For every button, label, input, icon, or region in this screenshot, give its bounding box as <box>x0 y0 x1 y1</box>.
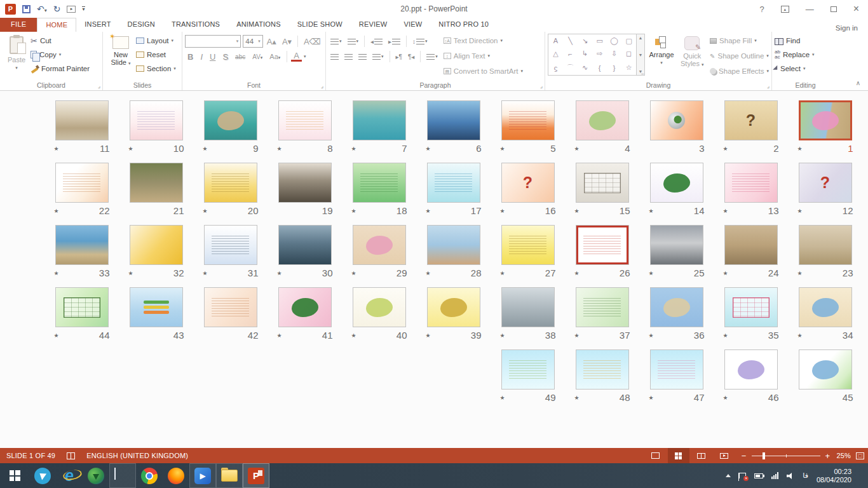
slide-thumbnail-37[interactable] <box>576 287 629 327</box>
tab-file[interactable]: FILE <box>0 18 37 32</box>
slide-thumbnail-16[interactable]: ? <box>501 163 555 203</box>
change-case-button[interactable]: Aa▾ <box>267 53 283 60</box>
bullets-button[interactable]: ▾ <box>329 37 344 46</box>
line-spacing-button[interactable]: ↕▾ <box>410 37 430 46</box>
drawing-dialog-launcher[interactable]: ⌟ <box>767 83 770 89</box>
slide-thumbnail-36[interactable] <box>650 287 703 327</box>
ltr-direction-button[interactable]: ▸¶ <box>394 52 404 62</box>
slide-thumbnail-45[interactable] <box>799 349 852 390</box>
font-dialog-launcher[interactable]: ⌟ <box>321 83 323 89</box>
tab-home[interactable]: HOME <box>37 18 76 32</box>
fit-to-window-icon[interactable] <box>856 452 864 459</box>
new-slide-button[interactable]: New Slide ▾ <box>105 34 136 79</box>
slide-thumbnail-12[interactable]: ? <box>799 163 852 203</box>
slide-thumbnail-21[interactable] <box>130 163 183 203</box>
decrease-font-size-button[interactable]: A▾ <box>280 37 294 46</box>
tab-nitro-pro-10[interactable]: NITRO PRO 10 <box>430 18 497 32</box>
shape-glyph[interactable]: ⇩ <box>611 50 617 58</box>
tab-review[interactable]: REVIEW <box>351 18 396 32</box>
action-center-flag-icon[interactable]: × <box>739 473 746 478</box>
taskbar-onscreen-keyboard[interactable] <box>109 463 136 488</box>
zoom-out-button[interactable]: − <box>742 451 747 461</box>
shape-glyph[interactable]: ⌒ <box>567 63 574 72</box>
slide-thumbnail-48[interactable] <box>576 349 629 390</box>
shape-glyph[interactable]: ↘ <box>582 37 588 45</box>
collapse-ribbon-button[interactable]: ∧ <box>856 79 860 86</box>
align-left-button[interactable] <box>329 53 341 61</box>
slide-thumbnail-7[interactable] <box>353 100 406 140</box>
shape-glyph[interactable]: ∿ <box>582 64 588 72</box>
underline-button[interactable]: U <box>207 52 218 62</box>
quick-styles-button[interactable]: Quick Styles ▾ <box>679 34 707 79</box>
slide-thumbnail-2[interactable]: ? <box>724 100 778 140</box>
shape-glyph[interactable]: ⇨ <box>597 50 602 58</box>
shape-glyph[interactable]: } <box>613 64 616 72</box>
slide-thumbnail-35[interactable] <box>724 287 778 327</box>
text-direction-button[interactable]: ↕A Text Direction▾ <box>444 34 523 48</box>
shape-glyph[interactable]: ╲ <box>568 37 573 45</box>
restore-icon[interactable] <box>831 6 837 12</box>
slide-thumbnail-6[interactable] <box>427 100 480 140</box>
save-icon[interactable] <box>22 5 31 13</box>
font-name-combo[interactable]: ▾ <box>185 35 241 48</box>
slideshow-view-button[interactable] <box>714 448 735 463</box>
copy-button[interactable]: Copy▾ <box>31 48 90 62</box>
clear-formatting-button[interactable]: A⌫ <box>302 37 323 46</box>
language-status[interactable]: ENGLISH (UNITED KINGDOM) <box>86 452 188 459</box>
slide-thumbnail-26[interactable] <box>576 225 629 265</box>
input-language-indicator[interactable]: فا <box>803 471 808 480</box>
clipboard-dialog-launcher[interactable]: ⌟ <box>98 83 100 89</box>
reading-view-button[interactable] <box>691 448 712 463</box>
slide-thumbnail-39[interactable] <box>427 287 480 327</box>
tab-animations[interactable]: ANIMATIONS <box>228 18 289 32</box>
slide-thumbnail-47[interactable] <box>650 349 703 390</box>
increase-indent-button[interactable]: ▸ <box>386 37 402 46</box>
numbering-button[interactable]: ▾ <box>346 37 361 46</box>
taskbar-firefox[interactable] <box>163 463 189 488</box>
sign-in-link[interactable]: Sign in <box>836 24 868 32</box>
volume-icon[interactable] <box>787 473 794 479</box>
layout-button[interactable]: Layout▾ <box>136 34 176 48</box>
select-button[interactable]: Select▾ <box>775 62 836 76</box>
tab-insert[interactable]: INSERT <box>76 18 119 32</box>
zoom-in-button[interactable]: + <box>825 451 831 461</box>
slide-thumbnail-10[interactable] <box>130 100 183 140</box>
battery-icon[interactable] <box>754 473 763 478</box>
shape-glyph[interactable]: △ <box>553 50 558 58</box>
slide-thumbnail-34[interactable] <box>799 287 852 327</box>
slide-thumbnail-29[interactable] <box>353 225 406 265</box>
slide-thumbnail-30[interactable] <box>278 225 332 265</box>
shape-glyph[interactable]: ϛ <box>554 64 558 72</box>
slide-thumbnail-1[interactable] <box>799 100 852 140</box>
help-icon[interactable]: ? <box>759 4 764 14</box>
shape-fill-button[interactable]: Shape Fill▾ <box>710 34 769 48</box>
shape-glyph[interactable]: ◯ <box>610 37 618 45</box>
slide-thumbnail-8[interactable] <box>278 100 332 140</box>
slide-thumbnail-13[interactable] <box>724 163 778 203</box>
hidden-icons-chevron[interactable] <box>726 474 731 477</box>
tab-slide-show[interactable]: SLIDE SHOW <box>289 18 351 32</box>
slide-thumbnail-9[interactable] <box>204 100 257 140</box>
slide-thumbnail-18[interactable] <box>353 163 406 203</box>
shapes-gallery[interactable]: A╲↘▭◯▢△⌐↳⇨⇩◻ϛ⌒∿{}☆ <box>548 34 637 76</box>
slide-thumbnail-14[interactable] <box>650 163 703 203</box>
zoom-slider[interactable] <box>752 456 820 456</box>
align-text-button[interactable]: ↕ Align Text▾ <box>444 49 523 63</box>
reset-button[interactable]: Reset <box>136 48 176 62</box>
justify-button[interactable]: ▾ <box>370 53 386 61</box>
taskbar-download-manager[interactable] <box>83 463 109 488</box>
slide-thumbnail-42[interactable] <box>204 287 257 327</box>
slide-thumbnail-20[interactable] <box>204 163 257 203</box>
start-from-beginning-icon[interactable]: ▸ <box>67 6 76 13</box>
replace-button[interactable]: abac Replace▾ <box>775 48 836 62</box>
shapes-gallery-scrollbar[interactable]: ▲▼▼̲ <box>637 34 644 76</box>
redo-icon[interactable]: ↻ <box>53 4 61 13</box>
slide-thumbnail-27[interactable] <box>501 225 555 265</box>
slide-thumbnail-41[interactable] <box>278 287 332 327</box>
slide-thumbnail-40[interactable] <box>353 287 406 327</box>
bold-button[interactable]: B <box>185 52 196 62</box>
section-button[interactable]: Section▾ <box>136 62 176 76</box>
slide-thumbnail-4[interactable] <box>576 100 629 140</box>
cut-button[interactable]: ✂ Cut <box>31 34 90 48</box>
font-size-combo[interactable]: 44▾ <box>243 35 262 48</box>
